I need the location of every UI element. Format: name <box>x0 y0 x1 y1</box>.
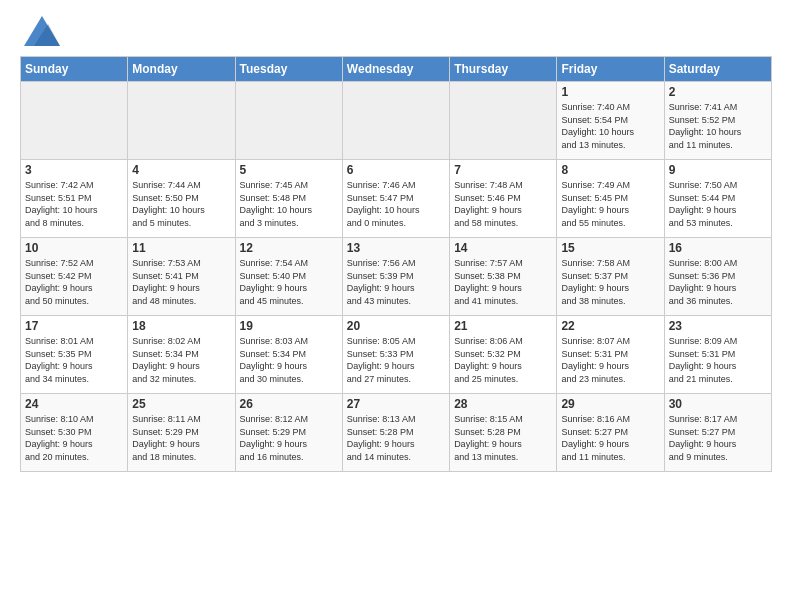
header-saturday: Saturday <box>664 57 771 82</box>
calendar-cell <box>21 82 128 160</box>
calendar-cell <box>450 82 557 160</box>
day-info: Sunrise: 7:46 AM Sunset: 5:47 PM Dayligh… <box>347 179 445 229</box>
calendar-cell: 18Sunrise: 8:02 AM Sunset: 5:34 PM Dayli… <box>128 316 235 394</box>
day-number: 18 <box>132 319 230 333</box>
calendar-cell: 4Sunrise: 7:44 AM Sunset: 5:50 PM Daylig… <box>128 160 235 238</box>
day-info: Sunrise: 7:48 AM Sunset: 5:46 PM Dayligh… <box>454 179 552 229</box>
calendar-cell: 11Sunrise: 7:53 AM Sunset: 5:41 PM Dayli… <box>128 238 235 316</box>
day-number: 28 <box>454 397 552 411</box>
calendar-cell: 12Sunrise: 7:54 AM Sunset: 5:40 PM Dayli… <box>235 238 342 316</box>
day-info: Sunrise: 7:56 AM Sunset: 5:39 PM Dayligh… <box>347 257 445 307</box>
day-number: 25 <box>132 397 230 411</box>
day-number: 19 <box>240 319 338 333</box>
calendar-cell: 22Sunrise: 8:07 AM Sunset: 5:31 PM Dayli… <box>557 316 664 394</box>
day-number: 14 <box>454 241 552 255</box>
header-thursday: Thursday <box>450 57 557 82</box>
calendar-table: SundayMondayTuesdayWednesdayThursdayFrid… <box>20 56 772 472</box>
day-info: Sunrise: 8:07 AM Sunset: 5:31 PM Dayligh… <box>561 335 659 385</box>
day-number: 12 <box>240 241 338 255</box>
week-row-1: 3Sunrise: 7:42 AM Sunset: 5:51 PM Daylig… <box>21 160 772 238</box>
calendar-cell: 17Sunrise: 8:01 AM Sunset: 5:35 PM Dayli… <box>21 316 128 394</box>
day-number: 15 <box>561 241 659 255</box>
calendar-cell: 26Sunrise: 8:12 AM Sunset: 5:29 PM Dayli… <box>235 394 342 472</box>
day-info: Sunrise: 7:53 AM Sunset: 5:41 PM Dayligh… <box>132 257 230 307</box>
day-info: Sunrise: 7:57 AM Sunset: 5:38 PM Dayligh… <box>454 257 552 307</box>
calendar-cell: 30Sunrise: 8:17 AM Sunset: 5:27 PM Dayli… <box>664 394 771 472</box>
header-sunday: Sunday <box>21 57 128 82</box>
day-number: 23 <box>669 319 767 333</box>
day-number: 22 <box>561 319 659 333</box>
page-header <box>20 16 772 46</box>
calendar-cell: 6Sunrise: 7:46 AM Sunset: 5:47 PM Daylig… <box>342 160 449 238</box>
day-number: 20 <box>347 319 445 333</box>
day-number: 6 <box>347 163 445 177</box>
day-info: Sunrise: 8:16 AM Sunset: 5:27 PM Dayligh… <box>561 413 659 463</box>
calendar-cell <box>342 82 449 160</box>
day-info: Sunrise: 8:02 AM Sunset: 5:34 PM Dayligh… <box>132 335 230 385</box>
day-info: Sunrise: 8:06 AM Sunset: 5:32 PM Dayligh… <box>454 335 552 385</box>
week-row-2: 10Sunrise: 7:52 AM Sunset: 5:42 PM Dayli… <box>21 238 772 316</box>
day-info: Sunrise: 8:01 AM Sunset: 5:35 PM Dayligh… <box>25 335 123 385</box>
day-info: Sunrise: 8:09 AM Sunset: 5:31 PM Dayligh… <box>669 335 767 385</box>
calendar-cell: 3Sunrise: 7:42 AM Sunset: 5:51 PM Daylig… <box>21 160 128 238</box>
day-number: 16 <box>669 241 767 255</box>
calendar-cell: 2Sunrise: 7:41 AM Sunset: 5:52 PM Daylig… <box>664 82 771 160</box>
calendar-cell: 20Sunrise: 8:05 AM Sunset: 5:33 PM Dayli… <box>342 316 449 394</box>
day-info: Sunrise: 7:45 AM Sunset: 5:48 PM Dayligh… <box>240 179 338 229</box>
day-info: Sunrise: 7:42 AM Sunset: 5:51 PM Dayligh… <box>25 179 123 229</box>
day-number: 9 <box>669 163 767 177</box>
header-monday: Monday <box>128 57 235 82</box>
calendar-cell: 10Sunrise: 7:52 AM Sunset: 5:42 PM Dayli… <box>21 238 128 316</box>
day-info: Sunrise: 8:13 AM Sunset: 5:28 PM Dayligh… <box>347 413 445 463</box>
calendar-cell: 15Sunrise: 7:58 AM Sunset: 5:37 PM Dayli… <box>557 238 664 316</box>
day-number: 11 <box>132 241 230 255</box>
day-info: Sunrise: 8:05 AM Sunset: 5:33 PM Dayligh… <box>347 335 445 385</box>
calendar-body: 1Sunrise: 7:40 AM Sunset: 5:54 PM Daylig… <box>21 82 772 472</box>
day-number: 24 <box>25 397 123 411</box>
header-wednesday: Wednesday <box>342 57 449 82</box>
day-number: 1 <box>561 85 659 99</box>
day-info: Sunrise: 7:40 AM Sunset: 5:54 PM Dayligh… <box>561 101 659 151</box>
calendar-cell: 23Sunrise: 8:09 AM Sunset: 5:31 PM Dayli… <box>664 316 771 394</box>
day-info: Sunrise: 8:10 AM Sunset: 5:30 PM Dayligh… <box>25 413 123 463</box>
day-number: 21 <box>454 319 552 333</box>
day-info: Sunrise: 8:11 AM Sunset: 5:29 PM Dayligh… <box>132 413 230 463</box>
calendar-cell: 19Sunrise: 8:03 AM Sunset: 5:34 PM Dayli… <box>235 316 342 394</box>
day-number: 8 <box>561 163 659 177</box>
calendar-cell: 1Sunrise: 7:40 AM Sunset: 5:54 PM Daylig… <box>557 82 664 160</box>
week-row-4: 24Sunrise: 8:10 AM Sunset: 5:30 PM Dayli… <box>21 394 772 472</box>
day-number: 10 <box>25 241 123 255</box>
day-info: Sunrise: 7:41 AM Sunset: 5:52 PM Dayligh… <box>669 101 767 151</box>
calendar-cell: 28Sunrise: 8:15 AM Sunset: 5:28 PM Dayli… <box>450 394 557 472</box>
day-info: Sunrise: 7:44 AM Sunset: 5:50 PM Dayligh… <box>132 179 230 229</box>
calendar-cell: 8Sunrise: 7:49 AM Sunset: 5:45 PM Daylig… <box>557 160 664 238</box>
calendar-cell: 9Sunrise: 7:50 AM Sunset: 5:44 PM Daylig… <box>664 160 771 238</box>
calendar-cell: 5Sunrise: 7:45 AM Sunset: 5:48 PM Daylig… <box>235 160 342 238</box>
calendar-cell: 7Sunrise: 7:48 AM Sunset: 5:46 PM Daylig… <box>450 160 557 238</box>
day-info: Sunrise: 7:54 AM Sunset: 5:40 PM Dayligh… <box>240 257 338 307</box>
day-number: 26 <box>240 397 338 411</box>
day-number: 7 <box>454 163 552 177</box>
calendar-cell <box>128 82 235 160</box>
calendar-cell: 27Sunrise: 8:13 AM Sunset: 5:28 PM Dayli… <box>342 394 449 472</box>
logo-icon <box>24 16 60 46</box>
day-info: Sunrise: 8:12 AM Sunset: 5:29 PM Dayligh… <box>240 413 338 463</box>
page-container: SundayMondayTuesdayWednesdayThursdayFrid… <box>0 0 792 482</box>
day-number: 13 <box>347 241 445 255</box>
calendar-cell <box>235 82 342 160</box>
calendar-cell: 13Sunrise: 7:56 AM Sunset: 5:39 PM Dayli… <box>342 238 449 316</box>
day-number: 3 <box>25 163 123 177</box>
day-number: 30 <box>669 397 767 411</box>
day-info: Sunrise: 7:49 AM Sunset: 5:45 PM Dayligh… <box>561 179 659 229</box>
day-number: 29 <box>561 397 659 411</box>
day-info: Sunrise: 7:58 AM Sunset: 5:37 PM Dayligh… <box>561 257 659 307</box>
calendar-cell: 29Sunrise: 8:16 AM Sunset: 5:27 PM Dayli… <box>557 394 664 472</box>
logo <box>20 16 60 46</box>
logo-text <box>20 16 60 46</box>
calendar-cell: 21Sunrise: 8:06 AM Sunset: 5:32 PM Dayli… <box>450 316 557 394</box>
header-tuesday: Tuesday <box>235 57 342 82</box>
calendar-cell: 24Sunrise: 8:10 AM Sunset: 5:30 PM Dayli… <box>21 394 128 472</box>
day-number: 4 <box>132 163 230 177</box>
day-number: 27 <box>347 397 445 411</box>
calendar-header-row: SundayMondayTuesdayWednesdayThursdayFrid… <box>21 57 772 82</box>
